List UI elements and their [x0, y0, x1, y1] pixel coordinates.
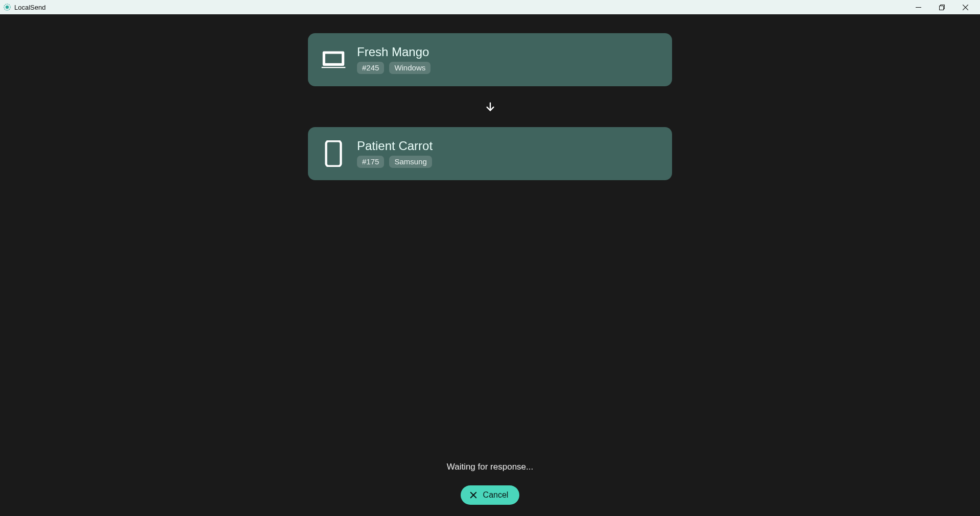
transfer-direction-arrow: [485, 86, 496, 127]
receiver-info: Patient Carrot #175 Samsung: [357, 140, 433, 168]
app-title: LocalSend: [14, 4, 45, 11]
receiver-device-card: Patient Carrot #175 Samsung: [308, 127, 672, 180]
sender-tags: #245 Windows: [357, 62, 431, 74]
arrow-down-icon: [485, 101, 496, 112]
transfer-cards: Fresh Mango #245 Windows Patient Carrot: [308, 33, 672, 180]
receiver-platform-tag: Samsung: [389, 156, 432, 168]
receiver-id-tag: #175: [357, 156, 384, 168]
phone-icon: [319, 139, 348, 168]
sender-device-card: Fresh Mango #245 Windows: [308, 33, 672, 86]
footer-area: Waiting for response... Cancel: [0, 462, 980, 505]
sender-info: Fresh Mango #245 Windows: [357, 46, 431, 74]
close-icon: [469, 490, 478, 500]
laptop-icon: [319, 45, 348, 74]
sender-platform-tag: Windows: [389, 62, 431, 74]
status-text: Waiting for response...: [447, 462, 533, 472]
receiver-name: Patient Carrot: [357, 140, 433, 152]
receiver-tags: #175 Samsung: [357, 156, 433, 168]
window-controls: [906, 0, 977, 14]
sender-id-tag: #245: [357, 62, 384, 74]
svg-point-1: [6, 6, 9, 9]
minimize-button[interactable]: [906, 0, 930, 14]
sender-name: Fresh Mango: [357, 46, 431, 58]
close-button[interactable]: [953, 0, 977, 14]
maximize-button[interactable]: [930, 0, 953, 14]
svg-rect-2: [939, 6, 943, 10]
app-logo-icon: [3, 3, 11, 11]
cancel-button-label: Cancel: [483, 490, 509, 500]
svg-rect-4: [326, 141, 341, 166]
content-area: Fresh Mango #245 Windows Patient Carrot: [0, 14, 980, 516]
titlebar-left: LocalSend: [3, 3, 45, 11]
titlebar: LocalSend: [0, 0, 980, 14]
cancel-button[interactable]: Cancel: [461, 485, 520, 505]
